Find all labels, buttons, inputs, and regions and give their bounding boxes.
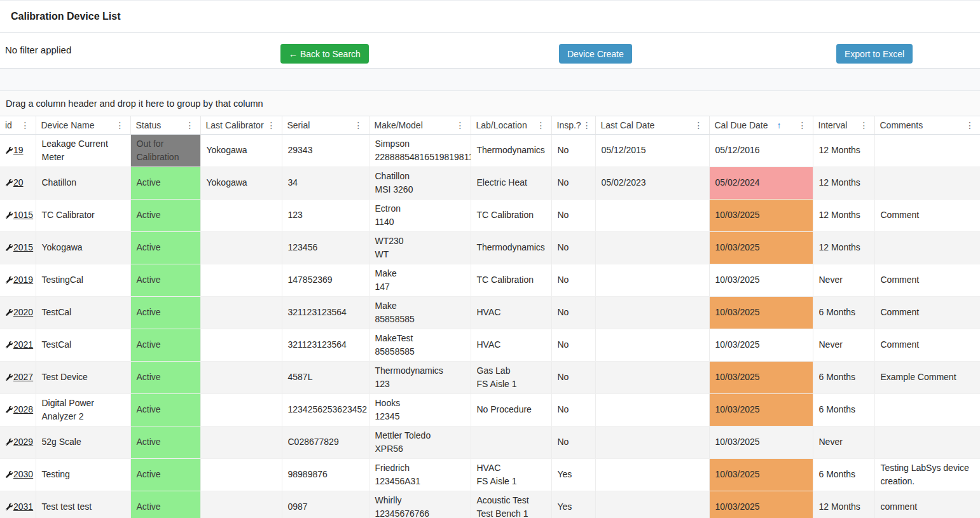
- device-id-cell: 19: [0, 134, 36, 167]
- column-menu-icon[interactable]: ⋮: [20, 120, 31, 130]
- column-menu-icon[interactable]: ⋮: [114, 120, 125, 130]
- cal-due-date-cell: 10/03/2025: [709, 458, 813, 491]
- column-menu-icon[interactable]: ⋮: [693, 120, 704, 130]
- device-id-cell: 2029: [0, 426, 36, 458]
- serial-cell: C028677829: [282, 426, 369, 458]
- column-menu-icon[interactable]: ⋮: [266, 120, 277, 130]
- cell-line: TC Calibration: [477, 208, 546, 222]
- column-menu-icon[interactable]: ⋮: [859, 120, 869, 130]
- lab-location-cell: HVACFS Aisle 1: [471, 458, 551, 491]
- column-menu-icon[interactable]: ⋮: [184, 120, 195, 130]
- device-id-cell: 2021: [0, 329, 36, 361]
- cell-line: 147: [375, 280, 465, 294]
- column-header-deviceName[interactable]: Device Name⋮: [36, 116, 130, 134]
- lab-location-cell: Acoustic TestTest Bench 1: [471, 491, 551, 518]
- column-header-status[interactable]: Status⋮: [130, 116, 200, 134]
- column-header-serial[interactable]: Serial⋮: [282, 116, 369, 134]
- column-menu-icon[interactable]: ⋮: [797, 120, 808, 130]
- last-cal-date-cell: 05/12/2015: [595, 134, 709, 167]
- last-calibrator-cell: [200, 491, 282, 518]
- comments-cell: Comment: [874, 296, 980, 329]
- serial-cell: 123: [282, 199, 369, 231]
- device-name-cell: TestingCal: [36, 264, 130, 296]
- cal-due-date-cell: 10/03/2025: [709, 491, 813, 518]
- column-header-insp[interactable]: Insp.?⋮: [551, 116, 595, 134]
- comments-cell: Example Comment: [874, 361, 980, 393]
- wrench-icon: [6, 179, 13, 186]
- wrench-icon: [6, 341, 13, 348]
- lab-location-cell: Thermodynamics: [471, 134, 551, 167]
- comments-cell: [874, 231, 980, 264]
- device-name-cell: Test Device: [36, 361, 130, 393]
- lab-location-cell: Gas LabFS Aisle 1: [471, 361, 551, 393]
- cell-line: Thermodynamics: [375, 364, 465, 378]
- group-drop-area[interactable]: Drag a column header and drop it here to…: [0, 91, 980, 116]
- serial-cell: 321123123564: [282, 296, 369, 329]
- device-id-cell: 2015: [0, 231, 36, 264]
- column-menu-icon[interactable]: ⋮: [581, 120, 592, 130]
- back-to-search-button[interactable]: ← Back to Search: [280, 44, 369, 64]
- cell-line: MakeTest: [375, 332, 465, 345]
- make-model-cell: MakeTest85858585: [369, 329, 471, 361]
- cell-line: Chatillon: [375, 170, 465, 183]
- column-header-interval[interactable]: Interval⋮: [813, 116, 874, 134]
- column-header-label: Make/Model: [375, 120, 423, 130]
- device-id-link[interactable]: 2015: [13, 242, 33, 252]
- insp-cell: No: [551, 199, 595, 231]
- last-cal-date-cell: [595, 296, 709, 329]
- last-calibrator-cell: [200, 361, 282, 393]
- column-header-lastCalDate[interactable]: Last Cal Date⋮: [595, 116, 709, 134]
- device-grid: id⋮Device Name⋮Status⋮Last Calibrator⋮Se…: [0, 116, 980, 518]
- column-menu-icon[interactable]: ⋮: [455, 120, 466, 130]
- cal-due-date-cell: 10/03/2025: [709, 296, 813, 329]
- last-calibrator-cell: [200, 329, 282, 361]
- column-header-makeModel[interactable]: Make/Model⋮: [369, 116, 471, 134]
- cell-line: Ectron: [375, 202, 465, 215]
- column-header-lastCalibrator[interactable]: Last Calibrator⋮: [200, 116, 282, 134]
- cell-line: Friedrich: [375, 461, 465, 475]
- wrench-icon: [6, 406, 13, 413]
- device-id-link[interactable]: 2029: [13, 437, 33, 447]
- column-header-calDueDate[interactable]: Cal Due Date↑⋮: [709, 116, 813, 134]
- interval-cell: 6 Months: [813, 296, 874, 329]
- device-id-link[interactable]: 19: [13, 145, 24, 155]
- insp-cell: No: [551, 134, 595, 167]
- interval-cell: 12 Months: [813, 491, 874, 518]
- device-id-link[interactable]: 2030: [13, 469, 33, 479]
- device-id-link[interactable]: 2028: [13, 404, 33, 414]
- device-id-link[interactable]: 1015: [13, 210, 33, 220]
- comments-cell: [874, 426, 980, 458]
- cell-line: No Procedure: [477, 403, 546, 416]
- device-id-link[interactable]: 2021: [13, 339, 33, 350]
- device-id-cell: 2027: [0, 361, 36, 393]
- serial-cell: 147852369: [282, 264, 369, 296]
- column-menu-icon[interactable]: ⋮: [535, 120, 546, 130]
- device-id-link[interactable]: 2031: [13, 501, 33, 512]
- status-cell: Active: [130, 199, 200, 231]
- comments-cell: [874, 393, 980, 426]
- comments-cell: comment: [874, 491, 980, 518]
- device-id-link[interactable]: 2019: [13, 275, 33, 285]
- device-id-link[interactable]: 20: [13, 177, 24, 187]
- column-header-comments[interactable]: Comments⋮: [874, 116, 980, 134]
- last-calibrator-cell: [200, 426, 282, 458]
- cell-line: HVAC: [477, 461, 546, 475]
- device-id-link[interactable]: 2020: [13, 307, 33, 317]
- serial-cell: 0987: [282, 491, 369, 518]
- serial-cell: 4587L: [282, 361, 369, 393]
- column-header-id[interactable]: id⋮: [0, 116, 36, 134]
- status-cell: Active: [130, 264, 200, 296]
- export-to-excel-button[interactable]: Export to Excel: [836, 44, 913, 64]
- cell-line: HVAC: [477, 338, 546, 351]
- column-header-label: Status: [136, 120, 162, 130]
- device-row: 2020TestCalActive321123123564Make8585858…: [0, 296, 980, 329]
- column-menu-icon[interactable]: ⋮: [353, 120, 364, 130]
- column-menu-icon[interactable]: ⋮: [964, 120, 975, 130]
- device-create-button[interactable]: Device Create: [559, 44, 632, 64]
- last-cal-date-cell: [595, 426, 709, 458]
- device-id-link[interactable]: 2027: [13, 372, 33, 382]
- column-header-labLocation[interactable]: Lab/Location⋮: [471, 116, 551, 134]
- make-model-cell: Friedrich123456A31: [369, 458, 471, 491]
- comments-cell: [874, 134, 980, 167]
- wrench-icon: [6, 471, 13, 478]
